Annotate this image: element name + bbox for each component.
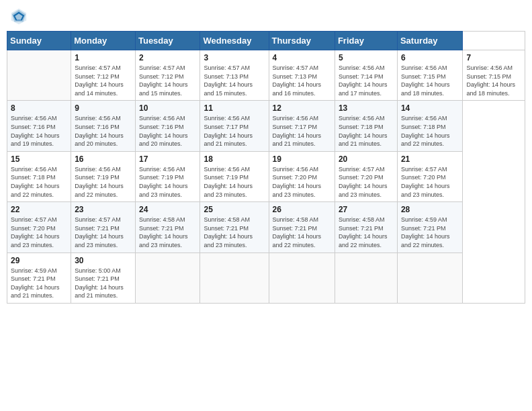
calendar-cell-day-18: 18Sunrise: 4:56 AM Sunset: 7:19 PM Dayli… [200,151,269,201]
calendar-header-row: SundayMondayTuesdayWednesdayThursdayFrid… [7,32,525,50]
day-number: 19 [273,154,331,164]
day-info: Sunrise: 4:59 AM Sunset: 7:21 PM Dayligh… [401,216,459,249]
day-number: 6 [401,53,459,62]
day-number: 1 [75,53,132,62]
day-number: 26 [273,205,331,214]
calendar-cell-day-1: 1Sunrise: 4:57 AM Sunset: 7:12 PM Daylig… [71,50,136,101]
page-header [7,7,525,26]
day-info: Sunrise: 4:57 AM Sunset: 7:13 PM Dayligh… [273,64,331,97]
calendar-header-thursday: Thursday [269,32,335,50]
calendar-table: SundayMondayTuesdayWednesdayThursdayFrid… [7,31,525,304]
calendar-cell-day-21: 21Sunrise: 4:57 AM Sunset: 7:20 PM Dayli… [397,151,463,201]
calendar-cell-day-27: 27Sunrise: 4:58 AM Sunset: 7:21 PM Dayli… [335,202,397,253]
day-info: Sunrise: 4:56 AM Sunset: 7:18 PM Dayligh… [339,114,394,148]
day-number: 24 [139,205,197,214]
calendar-header-tuesday: Tuesday [135,32,200,50]
day-number: 2 [139,53,197,62]
calendar-cell-day-6: 6Sunrise: 4:56 AM Sunset: 7:15 PM Daylig… [397,50,463,101]
day-info: Sunrise: 4:56 AM Sunset: 7:19 PM Dayligh… [204,165,265,199]
calendar-week-4: 22Sunrise: 4:57 AM Sunset: 7:20 PM Dayli… [7,202,525,253]
calendar-cell-day-15: 15Sunrise: 4:56 AM Sunset: 7:18 PM Dayli… [7,151,71,201]
logo [9,7,31,26]
day-number: 11 [204,103,265,113]
day-number: 16 [75,154,132,164]
day-info: Sunrise: 4:56 AM Sunset: 7:18 PM Dayligh… [11,165,67,199]
day-number: 8 [11,103,67,113]
calendar-header-friday: Friday [335,32,397,50]
calendar-cell-day-19: 19Sunrise: 4:56 AM Sunset: 7:20 PM Dayli… [269,151,335,201]
calendar-cell-day-empty [397,253,463,303]
calendar-cell-day-17: 17Sunrise: 4:56 AM Sunset: 7:19 PM Dayli… [135,151,200,201]
day-number: 15 [11,154,67,164]
day-number: 21 [401,154,459,164]
day-info: Sunrise: 4:56 AM Sunset: 7:18 PM Dayligh… [401,114,459,148]
calendar-header-monday: Monday [71,32,136,50]
day-info: Sunrise: 4:57 AM Sunset: 7:12 PM Dayligh… [75,64,132,97]
day-info: Sunrise: 4:56 AM Sunset: 7:16 PM Dayligh… [11,114,67,148]
day-number: 14 [401,103,459,113]
calendar-cell-day-empty [269,253,335,303]
day-info: Sunrise: 4:56 AM Sunset: 7:16 PM Dayligh… [139,114,197,148]
day-number: 9 [75,103,132,113]
day-number: 30 [75,256,132,265]
calendar-cell-day-29: 29Sunrise: 4:59 AM Sunset: 7:21 PM Dayli… [7,253,71,303]
day-number: 25 [204,205,265,214]
day-info: Sunrise: 4:57 AM Sunset: 7:13 PM Dayligh… [204,64,265,97]
calendar-week-5: 29Sunrise: 4:59 AM Sunset: 7:21 PM Dayli… [7,253,525,303]
day-number: 12 [273,103,331,113]
calendar-cell-day-11: 11Sunrise: 4:56 AM Sunset: 7:17 PM Dayli… [200,101,269,151]
day-info: Sunrise: 4:58 AM Sunset: 7:21 PM Dayligh… [339,216,394,249]
day-number: 17 [139,154,197,164]
calendar-cell-day-14: 14Sunrise: 4:56 AM Sunset: 7:18 PM Dayli… [397,101,463,151]
calendar-cell-day-empty [200,253,269,303]
day-info: Sunrise: 4:57 AM Sunset: 7:20 PM Dayligh… [11,216,67,249]
calendar-cell-day-13: 13Sunrise: 4:56 AM Sunset: 7:18 PM Dayli… [335,101,397,151]
calendar-header-wednesday: Wednesday [200,32,269,50]
day-number: 18 [204,154,265,164]
calendar-cell-day-7: 7Sunrise: 4:56 AM Sunset: 7:15 PM Daylig… [463,50,525,101]
calendar-cell-day-30: 30Sunrise: 5:00 AM Sunset: 7:21 PM Dayli… [71,253,136,303]
day-number: 23 [75,205,132,214]
day-info: Sunrise: 4:59 AM Sunset: 7:21 PM Dayligh… [11,267,67,300]
day-info: Sunrise: 4:57 AM Sunset: 7:12 PM Dayligh… [139,64,197,97]
day-info: Sunrise: 4:56 AM Sunset: 7:16 PM Dayligh… [75,114,132,148]
calendar-week-1: 1Sunrise: 4:57 AM Sunset: 7:12 PM Daylig… [7,50,525,101]
calendar-cell-day-28: 28Sunrise: 4:59 AM Sunset: 7:21 PM Dayli… [397,202,463,253]
day-number: 10 [139,103,197,113]
calendar-cell-day-8: 8Sunrise: 4:56 AM Sunset: 7:16 PM Daylig… [7,101,71,151]
calendar-cell-day-16: 16Sunrise: 4:56 AM Sunset: 7:19 PM Dayli… [71,151,136,201]
logo-icon [9,7,28,26]
day-info: Sunrise: 4:56 AM Sunset: 7:20 PM Dayligh… [273,165,331,199]
day-info: Sunrise: 4:58 AM Sunset: 7:21 PM Dayligh… [273,216,331,249]
calendar-cell-day-2: 2Sunrise: 4:57 AM Sunset: 7:12 PM Daylig… [135,50,200,101]
day-info: Sunrise: 4:57 AM Sunset: 7:20 PM Dayligh… [401,165,459,199]
day-info: Sunrise: 4:56 AM Sunset: 7:15 PM Dayligh… [401,64,459,97]
day-info: Sunrise: 4:58 AM Sunset: 7:21 PM Dayligh… [139,216,197,249]
day-number: 5 [339,53,394,62]
day-number: 3 [204,53,265,62]
calendar-cell-day-12: 12Sunrise: 4:56 AM Sunset: 7:17 PM Dayli… [269,101,335,151]
calendar-cell-day-3: 3Sunrise: 4:57 AM Sunset: 7:13 PM Daylig… [200,50,269,101]
calendar-header-saturday: Saturday [397,32,463,50]
empty-cell [7,50,71,101]
day-info: Sunrise: 4:56 AM Sunset: 7:14 PM Dayligh… [339,64,394,97]
day-number: 29 [11,256,67,265]
calendar-cell-day-26: 26Sunrise: 4:58 AM Sunset: 7:21 PM Dayli… [269,202,335,253]
day-info: Sunrise: 4:56 AM Sunset: 7:17 PM Dayligh… [273,114,331,148]
day-number: 7 [466,53,521,62]
day-info: Sunrise: 4:56 AM Sunset: 7:15 PM Dayligh… [466,64,521,97]
calendar-week-3: 15Sunrise: 4:56 AM Sunset: 7:18 PM Dayli… [7,151,525,201]
day-number: 13 [339,103,394,113]
calendar-week-2: 8Sunrise: 4:56 AM Sunset: 7:16 PM Daylig… [7,101,525,151]
calendar-cell-day-20: 20Sunrise: 4:57 AM Sunset: 7:20 PM Dayli… [335,151,397,201]
calendar-header-sunday: Sunday [7,32,71,50]
day-number: 28 [401,205,459,214]
calendar-cell-day-10: 10Sunrise: 4:56 AM Sunset: 7:16 PM Dayli… [135,101,200,151]
calendar-cell-day-empty [335,253,397,303]
calendar-cell-day-24: 24Sunrise: 4:58 AM Sunset: 7:21 PM Dayli… [135,202,200,253]
day-info: Sunrise: 5:00 AM Sunset: 7:21 PM Dayligh… [75,267,132,300]
calendar-cell-day-22: 22Sunrise: 4:57 AM Sunset: 7:20 PM Dayli… [7,202,71,253]
calendar-cell-day-25: 25Sunrise: 4:58 AM Sunset: 7:21 PM Dayli… [200,202,269,253]
day-info: Sunrise: 4:56 AM Sunset: 7:19 PM Dayligh… [139,165,197,199]
calendar-cell-day-23: 23Sunrise: 4:57 AM Sunset: 7:21 PM Dayli… [71,202,136,253]
